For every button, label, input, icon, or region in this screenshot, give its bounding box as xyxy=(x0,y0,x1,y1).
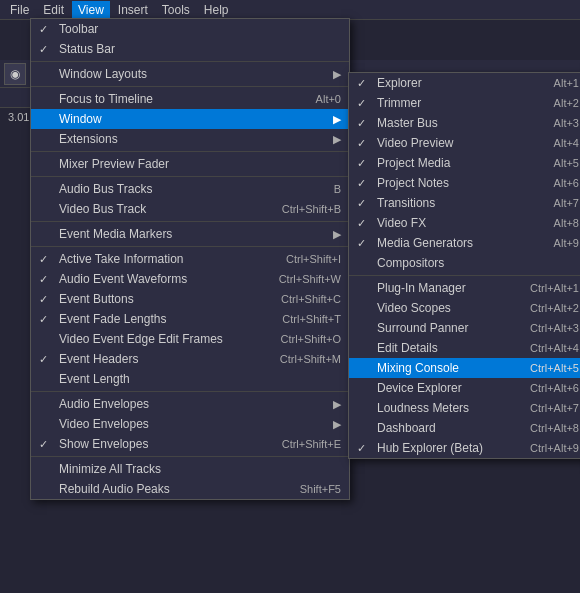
submenu-item-dashboard[interactable]: Dashboard Ctrl+Alt+8 xyxy=(349,418,580,438)
menu-label-minimize-tracks: Minimize All Tracks xyxy=(59,462,161,476)
shortcut-show-envelopes: Ctrl+Shift+E xyxy=(262,438,341,450)
menu-item-window[interactable]: Window ▶ xyxy=(31,109,349,129)
shortcut-rebuild-peaks: Shift+F5 xyxy=(280,483,341,495)
menu-label-event-fade: Event Fade Lengths xyxy=(59,312,166,326)
submenu-item-loudness-meters[interactable]: Loudness Meters Ctrl+Alt+7 xyxy=(349,398,580,418)
submenu-item-project-media[interactable]: ✓ Project Media Alt+5 xyxy=(349,153,580,173)
shortcut-event-fade: Ctrl+Shift+T xyxy=(262,313,341,325)
submenu-label-explorer: Explorer xyxy=(377,76,422,90)
submenu-label-plugin-manager: Plug-In Manager xyxy=(377,281,466,295)
sep-6 xyxy=(31,246,349,247)
sep-8 xyxy=(31,456,349,457)
menu-item-audio-bus[interactable]: Audio Bus Tracks B xyxy=(31,179,349,199)
menu-label-mixer-preview: Mixer Preview Fader xyxy=(59,157,169,171)
menu-item-show-envelopes[interactable]: ✓ Show Envelopes Ctrl+Shift+E xyxy=(31,434,349,454)
menubar-item-edit[interactable]: Edit xyxy=(37,1,70,19)
menubar-item-view[interactable]: View xyxy=(72,1,110,19)
shortcut-active-take: Ctrl+Shift+I xyxy=(266,253,341,265)
submenu-item-transitions[interactable]: ✓ Transitions Alt+7 xyxy=(349,193,580,213)
view-menu: ✓ Toolbar ✓ Status Bar Window Layouts ▶ … xyxy=(30,18,350,500)
menu-item-toolbar[interactable]: ✓ Toolbar xyxy=(31,19,349,39)
menu-item-video-bus[interactable]: Video Bus Track Ctrl+Shift+B xyxy=(31,199,349,219)
menu-label-focus-timeline: Focus to Timeline xyxy=(59,92,153,106)
menu-label-audio-bus: Audio Bus Tracks xyxy=(59,182,152,196)
check-project-notes: ✓ xyxy=(357,177,366,190)
menu-item-event-length[interactable]: Event Length xyxy=(31,369,349,389)
menu-item-extensions[interactable]: Extensions ▶ xyxy=(31,129,349,149)
submenu-item-explorer[interactable]: ✓ Explorer Alt+1 xyxy=(349,73,580,93)
menu-item-audio-waveforms[interactable]: ✓ Audio Event Waveforms Ctrl+Shift+W xyxy=(31,269,349,289)
shortcut-project-media: Alt+5 xyxy=(534,157,579,169)
submenu-item-device-explorer[interactable]: Device Explorer Ctrl+Alt+6 xyxy=(349,378,580,398)
submenu-label-mixing-console: Mixing Console xyxy=(377,361,459,375)
submenu-label-surround-panner: Surround Panner xyxy=(377,321,468,335)
check-event-headers: ✓ xyxy=(39,353,48,366)
menu-item-minimize-tracks[interactable]: Minimize All Tracks xyxy=(31,459,349,479)
shortcut-video-preview: Alt+4 xyxy=(534,137,579,149)
submenu-item-trimmer[interactable]: ✓ Trimmer Alt+2 xyxy=(349,93,580,113)
check-master-bus: ✓ xyxy=(357,117,366,130)
submenu-label-video-scopes: Video Scopes xyxy=(377,301,451,315)
menu-item-mixer-preview[interactable]: Mixer Preview Fader xyxy=(31,154,349,174)
sep-5 xyxy=(31,221,349,222)
submenu-item-video-scopes[interactable]: Video Scopes Ctrl+Alt+2 xyxy=(349,298,580,318)
menu-item-rebuild-peaks[interactable]: Rebuild Audio Peaks Shift+F5 xyxy=(31,479,349,499)
check-hub-explorer: ✓ xyxy=(357,442,366,455)
arrow-window: ▶ xyxy=(333,113,341,126)
menu-label-video-bus: Video Bus Track xyxy=(59,202,146,216)
menu-label-show-envelopes: Show Envelopes xyxy=(59,437,148,451)
arrow-event-media: ▶ xyxy=(333,228,341,241)
menu-label-video-edge: Video Event Edge Edit Frames xyxy=(59,332,223,346)
menubar-item-help[interactable]: Help xyxy=(198,1,235,19)
check-event-buttons: ✓ xyxy=(39,293,48,306)
shortcut-audio-bus: B xyxy=(314,183,341,195)
menu-label-audio-waveforms: Audio Event Waveforms xyxy=(59,272,187,286)
menu-item-statusbar[interactable]: ✓ Status Bar xyxy=(31,39,349,59)
menu-item-video-edge[interactable]: Video Event Edge Edit Frames Ctrl+Shift+… xyxy=(31,329,349,349)
check-project-media: ✓ xyxy=(357,157,366,170)
check-audio-waveforms: ✓ xyxy=(39,273,48,286)
check-video-preview: ✓ xyxy=(357,137,366,150)
shortcut-hub-explorer: Ctrl+Alt+9 xyxy=(510,442,579,454)
menu-item-video-envelopes[interactable]: Video Envelopes ▶ xyxy=(31,414,349,434)
submenu-item-video-fx[interactable]: ✓ Video FX Alt+8 xyxy=(349,213,580,233)
menu-item-event-buttons[interactable]: ✓ Event Buttons Ctrl+Shift+C xyxy=(31,289,349,309)
menu-item-audio-envelopes[interactable]: Audio Envelopes ▶ xyxy=(31,394,349,414)
submenu-item-compositors[interactable]: Compositors xyxy=(349,253,580,273)
menubar: File Edit View Insert Tools Help xyxy=(0,0,580,20)
submenu-label-master-bus: Master Bus xyxy=(377,116,438,130)
shortcut-device-explorer: Ctrl+Alt+6 xyxy=(510,382,579,394)
submenu-item-video-preview[interactable]: ✓ Video Preview Alt+4 xyxy=(349,133,580,153)
submenu-label-loudness-meters: Loudness Meters xyxy=(377,401,469,415)
menu-label-event-buttons: Event Buttons xyxy=(59,292,134,306)
submenu-item-surround-panner[interactable]: Surround Panner Ctrl+Alt+3 xyxy=(349,318,580,338)
check-show-envelopes: ✓ xyxy=(39,438,48,451)
menubar-item-insert[interactable]: Insert xyxy=(112,1,154,19)
submenu-label-video-fx: Video FX xyxy=(377,216,426,230)
submenu-item-hub-explorer[interactable]: ✓ Hub Explorer (Beta) Ctrl+Alt+9 xyxy=(349,438,580,458)
submenu-item-project-notes[interactable]: ✓ Project Notes Alt+6 xyxy=(349,173,580,193)
sep-1 xyxy=(31,61,349,62)
submenu-item-mixing-console[interactable]: Mixing Console Ctrl+Alt+5 xyxy=(349,358,580,378)
menu-item-event-media[interactable]: Event Media Markers ▶ xyxy=(31,224,349,244)
menu-label-extensions: Extensions xyxy=(59,132,118,146)
submenu-label-project-notes: Project Notes xyxy=(377,176,449,190)
shortcut-event-buttons: Ctrl+Shift+C xyxy=(261,293,341,305)
menu-item-event-fade[interactable]: ✓ Event Fade Lengths Ctrl+Shift+T xyxy=(31,309,349,329)
submenu-item-plugin-manager[interactable]: Plug-In Manager Ctrl+Alt+1 xyxy=(349,278,580,298)
menubar-item-tools[interactable]: Tools xyxy=(156,1,196,19)
menu-item-event-headers[interactable]: ✓ Event Headers Ctrl+Shift+M xyxy=(31,349,349,369)
shortcut-event-headers: Ctrl+Shift+M xyxy=(260,353,341,365)
sep-2 xyxy=(31,86,349,87)
menu-item-window-layouts[interactable]: Window Layouts ▶ xyxy=(31,64,349,84)
check-toolbar: ✓ xyxy=(39,23,48,36)
submenu-item-master-bus[interactable]: ✓ Master Bus Alt+3 xyxy=(349,113,580,133)
submenu-item-media-generators[interactable]: ✓ Media Generators Alt+9 xyxy=(349,233,580,253)
menubar-item-file[interactable]: File xyxy=(4,1,35,19)
menu-item-active-take[interactable]: ✓ Active Take Information Ctrl+Shift+I xyxy=(31,249,349,269)
menu-label-window-layouts: Window Layouts xyxy=(59,67,147,81)
submenu-label-transitions: Transitions xyxy=(377,196,435,210)
menu-item-focus-timeline[interactable]: Focus to Timeline Alt+0 xyxy=(31,89,349,109)
submenu-item-edit-details[interactable]: Edit Details Ctrl+Alt+4 xyxy=(349,338,580,358)
toolbar-btn-1[interactable]: ◉ xyxy=(4,63,26,85)
